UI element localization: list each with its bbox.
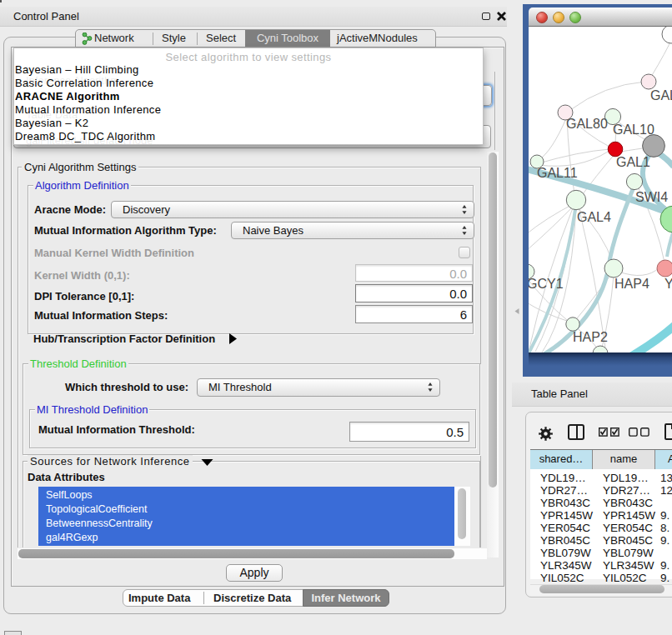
svg-text:GAL1: GAL1 — [616, 155, 650, 169]
svg-text:GAL10: GAL10 — [613, 122, 654, 137]
svg-text:GAL11: GAL11 — [537, 166, 578, 180]
svg-text:Y: Y — [664, 277, 672, 291]
svg-text:GAL80: GAL80 — [566, 117, 608, 131]
svg-text:GAL4: GAL4 — [577, 210, 611, 224]
svg-text:GCY1: GCY1 — [529, 277, 564, 291]
svg-text:HAP2: HAP2 — [573, 330, 608, 344]
svg-text:HAP4: HAP4 — [614, 277, 649, 291]
svg-text:GAL: GAL — [650, 88, 672, 102]
svg-text:SWI4: SWI4 — [635, 190, 668, 204]
